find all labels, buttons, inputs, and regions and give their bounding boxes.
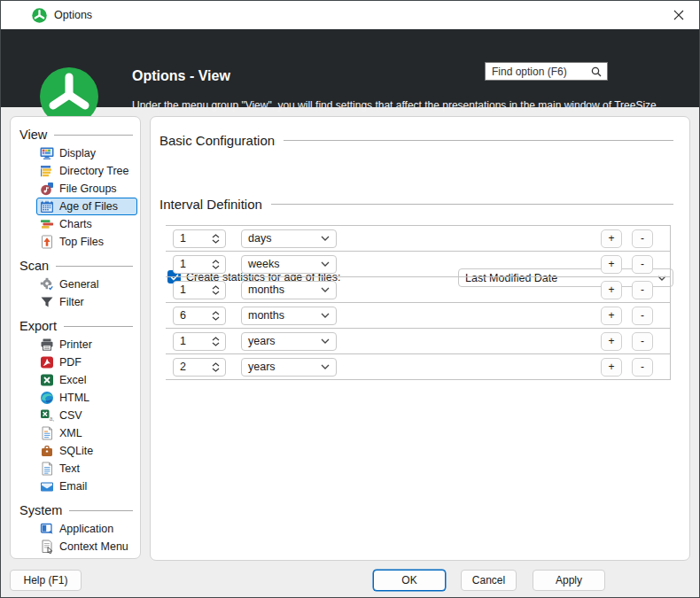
spinner-down-icon[interactable] <box>212 368 220 372</box>
ok-button[interactable]: OK <box>373 570 446 591</box>
interval-row: 6 months + - <box>166 303 670 329</box>
chevron-down-icon <box>321 313 330 318</box>
group-divider <box>54 135 133 136</box>
remove-interval-button[interactable]: - <box>632 255 653 274</box>
chevron-down-icon <box>321 287 330 292</box>
remove-interval-button[interactable]: - <box>632 307 653 325</box>
csv-icon: a, <box>40 408 54 423</box>
interval-value-spinner[interactable]: 1 <box>173 332 226 351</box>
spinner-down-icon[interactable] <box>212 291 220 295</box>
context-menu-icon <box>40 540 54 554</box>
spinner-up-icon[interactable] <box>212 260 220 264</box>
sidebar-item-excel[interactable]: Excel <box>36 371 137 389</box>
spinner-arrows[interactable] <box>212 234 220 244</box>
interval-value: 1 <box>174 232 212 245</box>
sidebar-item-filter[interactable]: Filter <box>36 293 137 311</box>
spinner-arrows[interactable] <box>212 362 220 372</box>
window-title: Options <box>54 9 92 21</box>
group-header-view: View <box>11 125 140 144</box>
apply-button[interactable]: Apply <box>533 570 605 591</box>
sidebar-item-sqlite[interactable]: SQLite <box>36 442 137 460</box>
spinner-up-icon[interactable] <box>212 337 220 341</box>
sidebar-item-label: Directory Tree <box>59 165 129 177</box>
sidebar-item-general[interactable]: General <box>36 276 137 293</box>
svg-text:a,: a, <box>50 415 54 422</box>
add-interval-button[interactable]: + <box>601 281 622 299</box>
find-option-searchbox <box>485 62 608 81</box>
search-icon <box>591 66 602 77</box>
spinner-up-icon[interactable] <box>212 362 220 367</box>
sidebar-item-charts[interactable]: Charts <box>36 215 137 233</box>
interval-value: 2 <box>174 361 212 373</box>
interval-unit-value: days <box>242 232 321 245</box>
spinner-down-icon[interactable] <box>212 316 220 321</box>
sidebar-item-directory-tree[interactable]: Directory Tree <box>36 162 137 180</box>
add-interval-button[interactable]: + <box>601 358 622 377</box>
interval-unit-dropdown[interactable]: weeks <box>241 255 337 274</box>
sidebar-item-top-files[interactable]: Top Files <box>36 233 137 251</box>
chevron-down-icon <box>321 236 330 241</box>
sidebar-item-label: HTML <box>59 392 89 404</box>
interval-unit-dropdown[interactable]: months <box>241 307 337 325</box>
interval-value-spinner[interactable]: 6 <box>173 307 226 325</box>
interval-value-spinner[interactable]: 1 <box>173 229 226 248</box>
remove-interval-button[interactable]: - <box>632 281 653 299</box>
sidebar-item-label: Top Files <box>59 236 104 248</box>
spinner-up-icon[interactable] <box>212 285 220 290</box>
spinner-arrows[interactable] <box>212 260 220 269</box>
sidebar-item-html[interactable]: HTML <box>36 389 137 407</box>
help-button[interactable]: Help (F1) <box>10 570 82 591</box>
add-interval-button[interactable]: + <box>601 332 622 351</box>
spinner-down-icon[interactable] <box>212 239 220 244</box>
add-interval-button[interactable]: + <box>601 229 622 248</box>
spinner-arrows[interactable] <box>212 311 220 321</box>
spinner-down-icon[interactable] <box>212 342 220 346</box>
sidebar-item-age-of-files[interactable]: Age of Files <box>36 198 137 215</box>
remove-interval-button[interactable]: - <box>632 332 653 351</box>
application-icon <box>40 522 54 536</box>
add-interval-button[interactable]: + <box>601 255 622 274</box>
interval-unit-dropdown[interactable]: months <box>241 281 337 299</box>
interval-value-spinner[interactable]: 2 <box>173 358 226 377</box>
interval-value-spinner[interactable]: 1 <box>173 281 226 299</box>
filter-icon <box>40 295 54 309</box>
sidebar-item-file-groups[interactable]: File Groups <box>36 180 137 198</box>
spinner-up-icon[interactable] <box>212 311 220 315</box>
xml-icon <box>40 426 54 440</box>
interval-unit-dropdown[interactable]: years <box>241 358 337 377</box>
spinner-arrows[interactable] <box>212 285 220 295</box>
options-dialog: Options Options - View Under the menu gr… <box>0 0 700 598</box>
spinner-up-icon[interactable] <box>212 234 220 238</box>
directory-tree-icon <box>40 164 54 178</box>
sidebar-item-display[interactable]: Display <box>36 144 137 162</box>
chevron-down-icon <box>321 364 330 369</box>
close-button[interactable] <box>658 1 699 28</box>
sidebar-item-context-menu[interactable]: Context Menu <box>36 538 137 555</box>
sidebar-item-pdf[interactable]: PDF <box>36 353 137 371</box>
sidebar-item-application[interactable]: Application <box>36 520 137 538</box>
spinner-arrows[interactable] <box>212 337 220 346</box>
sidebar-item-label: File Groups <box>59 183 117 195</box>
gear-icon <box>40 277 54 291</box>
sidebar-item-label: PDF <box>59 356 82 369</box>
sidebar-item-text[interactable]: Text <box>36 460 137 478</box>
interval-unit-dropdown[interactable]: years <box>241 332 337 351</box>
sidebar-item-xml[interactable]: XML <box>36 424 137 442</box>
interval-unit-dropdown[interactable]: days <box>241 229 337 248</box>
search-input[interactable] <box>486 66 591 78</box>
sidebar-item-email[interactable]: Email <box>36 478 137 495</box>
chevron-down-icon <box>321 261 330 267</box>
remove-interval-button[interactable]: - <box>632 358 653 377</box>
section-title: Interval Definition <box>159 197 262 212</box>
remove-interval-button[interactable]: - <box>632 229 653 248</box>
section-divider <box>271 204 673 205</box>
sidebar-item-csv[interactable]: a, CSV <box>36 407 137 424</box>
sidebar-item-printer[interactable]: Printer <box>36 336 137 353</box>
spinner-down-icon[interactable] <box>212 265 220 269</box>
text-icon <box>40 462 54 476</box>
sqlite-icon <box>40 444 54 458</box>
group-header-scan: Scan <box>11 256 140 276</box>
interval-value-spinner[interactable]: 1 <box>173 255 226 274</box>
cancel-button[interactable]: Cancel <box>461 570 517 591</box>
add-interval-button[interactable]: + <box>601 307 622 325</box>
